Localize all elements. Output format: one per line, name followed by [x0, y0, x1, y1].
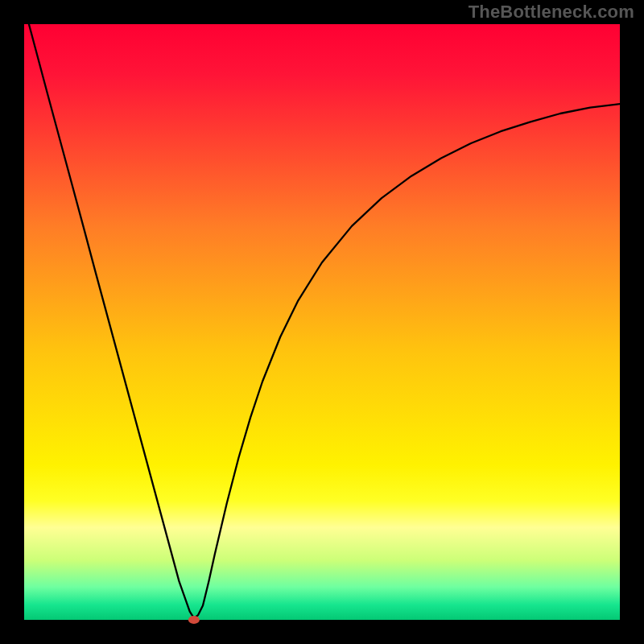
chart-svg	[0, 0, 644, 644]
optimal-point-marker	[188, 616, 200, 624]
gradient-background	[24, 24, 620, 620]
chart-frame: TheBottleneck.com	[0, 0, 644, 644]
watermark-text: TheBottleneck.com	[469, 2, 634, 23]
